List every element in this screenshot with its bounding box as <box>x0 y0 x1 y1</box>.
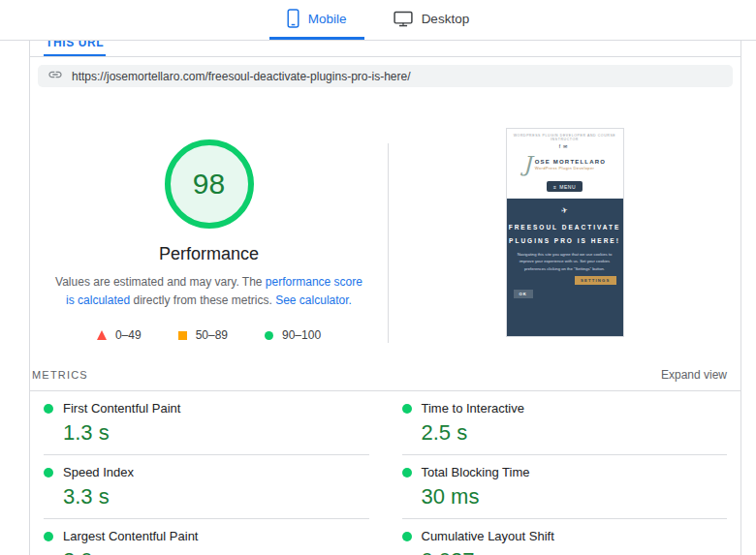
page-screenshot-thumbnail[interactable]: WORDPRESS PLUGIN DEVELOPER AND COURSE IN… <box>506 128 624 337</box>
screenshot-panel: WORDPRESS PLUGIN DEVELOPER AND COURSE IN… <box>389 95 740 358</box>
metric-value: 30 ms <box>422 484 728 509</box>
metric-value: 3.3 s <box>63 484 369 509</box>
legend-pass-range: 90–100 <box>282 328 321 342</box>
logo-brand-name: OSE MORTELLARO <box>535 159 606 165</box>
performance-description: Values are estimated and may vary. The p… <box>53 273 365 309</box>
metrics-section-title: METRICS <box>32 369 88 381</box>
metric-total-blocking-time[interactable]: Total Blocking Time 30 ms <box>402 455 728 519</box>
legend-average-range: 50–89 <box>196 328 228 342</box>
logo-brand-subtitle: WordPress Plugin Developer <box>535 166 606 170</box>
pass-circle-icon <box>265 331 273 340</box>
performance-summary: 98 Performance Values are estimated and … <box>30 95 740 358</box>
device-tab-bar: Mobile Desktop <box>0 0 756 41</box>
tab-desktop-label: Desktop <box>422 12 470 26</box>
thumb-hero-title: FREESOUL DEACTIVATE PLUGINS PRO IS HERE! <box>509 221 621 247</box>
desktop-monitor-icon <box>394 11 413 27</box>
pass-dot-icon <box>44 468 53 478</box>
metric-speed-index[interactable]: Speed Index 3.3 s <box>44 455 369 519</box>
thumb-hero-section: ✈ FREESOUL DEACTIVATE PLUGINS PRO IS HER… <box>507 199 623 336</box>
tab-desktop[interactable]: Desktop <box>376 0 488 40</box>
metric-cumulative-layout-shift[interactable]: Cumulative Layout Shift 0.027 <box>402 519 728 555</box>
tab-this-url[interactable]: THIS URL <box>44 41 106 57</box>
score-panel: 98 Performance Values are estimated and … <box>30 95 388 358</box>
hero-title-line2: PLUGINS PRO IS HERE! <box>509 234 621 248</box>
metric-value: 1.3 s <box>63 420 369 446</box>
legend-pass: 90–100 <box>265 328 321 342</box>
thumb-social-row: f✉ <box>507 143 623 149</box>
metric-largest-contentful-paint[interactable]: Largest Contentful Paint 2.0 s <box>44 519 369 555</box>
legend-average: 50–89 <box>178 328 228 342</box>
description-text-2: directly from these metrics. <box>130 293 275 307</box>
description-text-1: Values are estimated and may vary. The <box>55 275 266 289</box>
metric-time-to-interactive[interactable]: Time to Interactive 2.5 s <box>402 391 728 455</box>
metric-value: 2.5 s <box>422 420 728 446</box>
pass-dot-icon <box>44 404 53 414</box>
see-calculator-link[interactable]: See calculator. <box>275 293 352 307</box>
metrics-header: METRICS Expand view <box>30 358 740 391</box>
sub-tab-row: THIS URL <box>30 41 740 57</box>
hamburger-icon: ≡ <box>553 184 556 190</box>
metric-value: 0.027 <box>422 548 728 555</box>
cookie-notice-text: Navigating this site you agree that we u… <box>514 251 616 271</box>
metric-value: 2.0 s <box>63 548 369 555</box>
thumb-menu-button: ≡MENU <box>547 181 583 192</box>
tab-mobile[interactable]: Mobile <box>269 0 364 40</box>
logo-script-j: J <box>523 154 532 175</box>
url-bar[interactable]: https://josemortellaro.com/freesoul-deac… <box>38 65 733 87</box>
report-card: THIS URL https://josemortellaro.com/free… <box>29 41 741 555</box>
legend-fail: 0–49 <box>97 328 142 342</box>
analyzed-url: https://josemortellaro.com/freesoul-deac… <box>72 70 410 83</box>
average-square-icon <box>178 331 187 340</box>
rocket-icon: ✈ <box>560 205 568 215</box>
expand-view-button[interactable]: Expand view <box>661 368 727 382</box>
email-icon: ✉ <box>563 143 570 149</box>
link-icon <box>47 67 63 86</box>
menu-label: MENU <box>559 184 576 190</box>
cookie-settings-button: SETTINGS <box>575 276 616 285</box>
fail-triangle-icon <box>97 330 107 340</box>
tab-mobile-label: Mobile <box>308 12 347 26</box>
metrics-grid: First Contentful Paint 1.3 s Time to Int… <box>30 391 740 555</box>
cookie-ok-button: OK <box>514 290 533 298</box>
pass-dot-icon <box>402 468 412 478</box>
performance-score: 98 <box>193 168 225 200</box>
performance-gauge[interactable]: 98 <box>165 139 254 229</box>
score-legend: 0–49 50–89 90–100 <box>97 328 321 342</box>
metric-first-contentful-paint[interactable]: First Contentful Paint 1.3 s <box>44 391 369 455</box>
performance-title: Performance <box>159 244 259 264</box>
hero-title-line1: FREESOUL DEACTIVATE <box>509 221 621 234</box>
thumb-tagline: WORDPRESS PLUGIN DEVELOPER AND COURSE IN… <box>507 134 623 141</box>
legend-fail-range: 0–49 <box>115 328 142 342</box>
pass-dot-icon <box>44 532 53 541</box>
pass-dot-icon <box>402 404 412 414</box>
mobile-phone-icon <box>287 9 299 28</box>
pass-dot-icon <box>402 532 412 541</box>
thumb-logo: J OSE MORTELLARO WordPress Plugin Develo… <box>507 154 623 175</box>
